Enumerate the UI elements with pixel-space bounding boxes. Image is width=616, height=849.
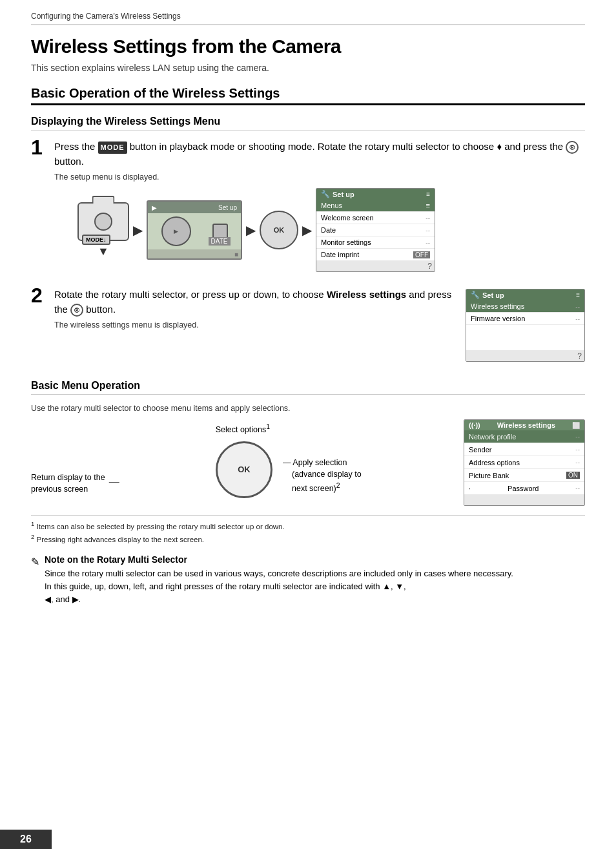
menu-footer: ? [316, 261, 435, 271]
fn2-num: 2 [31, 533, 34, 540]
step2-number: 2 [31, 285, 54, 306]
step2-text: Rotate the rotary multi selector, or pre… [54, 288, 453, 317]
footnote1: 1 Items can also be selected by pressing… [31, 519, 585, 532]
mode-button-cam: MODE↓ [82, 235, 110, 245]
page-number: 26 [0, 830, 52, 849]
wrench-icon: 🔧 [321, 190, 330, 198]
note-text1: Since the rotary multi selector can be u… [45, 567, 585, 580]
sup2: 2 [336, 482, 340, 489]
menu-icon: ≡ [426, 202, 430, 209]
bmo-ok-button: OK [216, 441, 272, 498]
step1-number: 1 [31, 137, 54, 158]
off-badge: OFF [413, 251, 430, 258]
bmo-left-labels: Return display to the previous screen — [31, 430, 205, 495]
camera-diagram: MODE↓ ▼ [77, 202, 129, 258]
step1-text: Press the MODE button in playback mode o… [54, 140, 585, 169]
menu-dash2: -- [426, 227, 430, 234]
camera-body: MODE↓ [77, 202, 129, 241]
menu-row-dateimprint: Date imprint OFF [316, 249, 435, 261]
mode-badge: MODE [98, 142, 127, 154]
menu-dash: -- [426, 215, 430, 222]
wmenu-row-picturebank: Picture Bank ON [464, 469, 584, 482]
wmenu-row-address: Address options -- [464, 456, 584, 469]
question-icon: ? [427, 262, 432, 271]
fn1-num: 1 [31, 520, 34, 527]
menu2-row-wireless: Wireless settings -- [466, 300, 584, 313]
section2-title: Basic Menu Operation [31, 380, 585, 395]
step2: 2 Rotate the rotary multi selector, or p… [31, 288, 585, 370]
ok-circle-large: OK [260, 211, 298, 249]
menu-header: 🔧 Set up ≡ [316, 189, 435, 200]
menu-row-monitor: Monitor settings -- [316, 236, 435, 249]
menu2-header: 🔧 Set up ≡ [466, 289, 584, 300]
menu2-empty-space [466, 325, 584, 351]
note-content: Note on the Rotary Multi Selector Since … [45, 554, 585, 606]
bmo-right-labels: — Apply selection (advance display to ne… [283, 430, 457, 495]
note-box: ✎ Note on the Rotary Multi Selector Sinc… [31, 554, 585, 606]
section2-subtitle: Use the rotary multi selector to choose … [31, 404, 585, 413]
bmo-diagram: Return display to the previous screen — … [31, 419, 585, 506]
lcd-screen-sim: ▶ Set up ▶ DATE ■ [147, 200, 242, 260]
menu2-row-firmware: Firmware version -- [466, 313, 584, 325]
down-arrow-cam: ▼ [98, 245, 109, 258]
bmo-apply-label: — Apply selection (advance display to ne… [283, 457, 457, 495]
note-text2: In this guide, up, down, left, and right… [45, 580, 585, 593]
note-text3: ◀, and ▶. [45, 593, 585, 606]
wmenu-row-network: Network profile -- [464, 430, 584, 443]
wmenu-footer [464, 495, 584, 505]
footnotes: 1 Items can also be selected by pressing… [31, 515, 585, 545]
bmo-return-label: Return display to the previous screen — [31, 472, 205, 495]
arrow1: ▶ [133, 222, 143, 238]
on-badge: ON [566, 472, 580, 479]
bmo-circle-wrap: OK [212, 437, 276, 502]
menu-row-welcome: Welcome screen -- [316, 212, 435, 224]
setup-menu-screenshot: 🔧 Set up ≡ Menus ≡ Welcome screen -- Dat… [316, 188, 435, 272]
camera-lens [94, 213, 112, 231]
question-icon2: ? [577, 351, 582, 361]
wmenu-row-sender: Sender -- [464, 443, 584, 456]
step1: 1 Press the MODE button in playback mode… [31, 140, 585, 281]
menu-row-menus: Menus ≡ [316, 200, 435, 212]
page-subtitle: This section explains wireless LAN setup… [31, 63, 585, 73]
step1-caption: The setup menu is displayed. [54, 173, 585, 182]
date-label: DATE [209, 237, 231, 246]
ok-text: OK [238, 465, 251, 474]
footnote2: 2 Pressing right advances display to the… [31, 532, 585, 545]
step1-diagram: MODE↓ ▼ ▶ ▶ Set up ▶ [77, 188, 585, 272]
bmo-select-label: Select options1 [212, 423, 276, 434]
ok-badge2: ® [70, 304, 83, 317]
breadcrumb: Configuring the Camera's Wireless Settin… [31, 12, 585, 25]
wireless-menu-bmo: ((·)) Wireless settings ⬜ Network profil… [464, 419, 585, 506]
menu-dash3: -- [426, 239, 430, 246]
arrow2: ▶ [246, 222, 256, 238]
menu-corner-icon: ⬜ [572, 422, 580, 429]
page-title: Wireless Settings from the Camera [31, 36, 585, 58]
note-icon: ✎ [31, 556, 39, 568]
wireless-settings-menu: 🔧 Set up ≡ Wireless settings -- Firmware… [466, 289, 585, 362]
dot-prefix: · [469, 485, 471, 492]
ok-badge: ® [566, 141, 579, 154]
wifi-icon: ((·)) [469, 421, 480, 429]
wrench-icon2: 🔧 [471, 291, 480, 299]
wmenu-row-password: · Password -- [464, 482, 584, 495]
arrow3: ▶ [302, 222, 312, 238]
nav-circle-sim: ▶ [161, 216, 191, 246]
step2-caption: The wireless settings menu is displayed. [54, 320, 453, 330]
subsection1-title: Displaying the Wireless Settings Menu [31, 116, 585, 131]
menu2-footer: ? [466, 351, 584, 361]
bmo-center-col: Select options1 OK [212, 423, 276, 501]
sup1: 1 [266, 423, 270, 430]
basic-menu-operation-section: Basic Menu Operation Use the rotary mult… [31, 380, 585, 506]
menu-row-date: Date -- [316, 224, 435, 236]
note-title: Note on the Rotary Multi Selector [45, 554, 585, 565]
ok-label: OK [274, 226, 285, 234]
wmenu-header: ((·)) Wireless settings ⬜ [464, 420, 584, 430]
section1-title: Basic Operation of the Wireless Settings [31, 86, 585, 105]
